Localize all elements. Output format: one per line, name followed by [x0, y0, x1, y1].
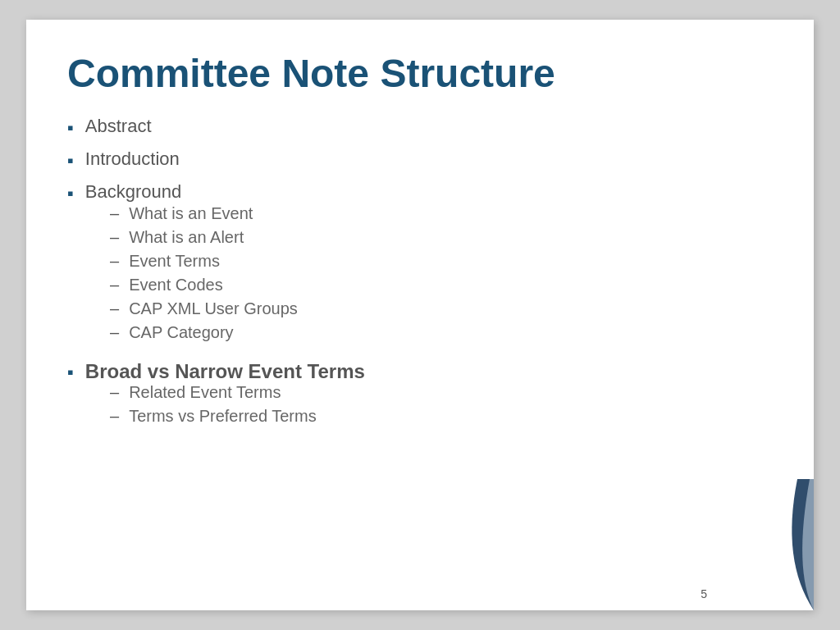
- dash-related-event-terms: –: [110, 383, 119, 402]
- dash-cap-xml-user-groups: –: [110, 299, 119, 318]
- text-cap-category: CAP Category: [129, 323, 233, 342]
- sub-item-what-is-alert: – What is an Alert: [110, 228, 298, 247]
- text-event-terms: Event Terms: [129, 252, 220, 271]
- text-terms-vs-preferred: Terms vs Preferred Terms: [129, 407, 317, 426]
- dash-event-terms: –: [110, 252, 119, 271]
- bullet-broad-narrow: ▪: [67, 362, 74, 383]
- broad-narrow-sub-list: – Related Event Terms – Terms vs Preferr…: [110, 383, 317, 431]
- slide-title: Committee Note Structure: [67, 52, 773, 96]
- dash-event-codes: –: [110, 276, 119, 294]
- text-background: Background: [85, 181, 181, 203]
- sub-item-event-codes: – Event Codes: [110, 276, 298, 294]
- list-item-introduction: ▪ Introduction: [67, 148, 773, 171]
- content-list: ▪ Abstract ▪ Introduction ▪ Background –…: [67, 116, 773, 434]
- slide: Committee Note Structure ▪ Abstract ▪ In…: [26, 20, 814, 610]
- bullet-abstract: ▪: [67, 117, 74, 139]
- text-related-event-terms: Related Event Terms: [129, 383, 281, 402]
- background-sub-list: – What is an Event – What is an Alert – …: [110, 204, 298, 347]
- dash-terms-vs-preferred: –: [110, 407, 119, 426]
- sub-item-related-event-terms: – Related Event Terms: [110, 383, 317, 402]
- decorative-swoosh: [715, 479, 814, 610]
- sub-item-what-is-event: – What is an Event: [110, 204, 298, 223]
- text-cap-xml-user-groups: CAP XML User Groups: [129, 299, 298, 318]
- bullet-background: ▪: [67, 183, 74, 204]
- list-item-broad-narrow: ▪ Broad vs Narrow Event Terms – Related …: [67, 360, 773, 434]
- sub-item-cap-category: – CAP Category: [110, 323, 298, 342]
- text-abstract: Abstract: [85, 116, 152, 137]
- dash-what-is-alert: –: [110, 228, 119, 247]
- text-event-codes: Event Codes: [129, 276, 223, 294]
- list-item-background: ▪ Background – What is an Event – What i…: [67, 181, 773, 350]
- sub-item-terms-vs-preferred: – Terms vs Preferred Terms: [110, 407, 317, 426]
- text-what-is-alert: What is an Alert: [129, 228, 244, 247]
- sub-item-event-terms: – Event Terms: [110, 252, 298, 271]
- page-number: 5: [701, 587, 707, 600]
- bullet-introduction: ▪: [67, 150, 74, 171]
- dash-what-is-event: –: [110, 204, 119, 223]
- text-introduction: Introduction: [85, 148, 180, 170]
- sub-item-cap-xml-user-groups: – CAP XML User Groups: [110, 299, 298, 318]
- list-item-abstract: ▪ Abstract: [67, 116, 773, 139]
- dash-cap-category: –: [110, 323, 119, 342]
- text-broad-narrow: Broad vs Narrow Event Terms: [85, 360, 365, 383]
- text-what-is-event: What is an Event: [129, 204, 253, 223]
